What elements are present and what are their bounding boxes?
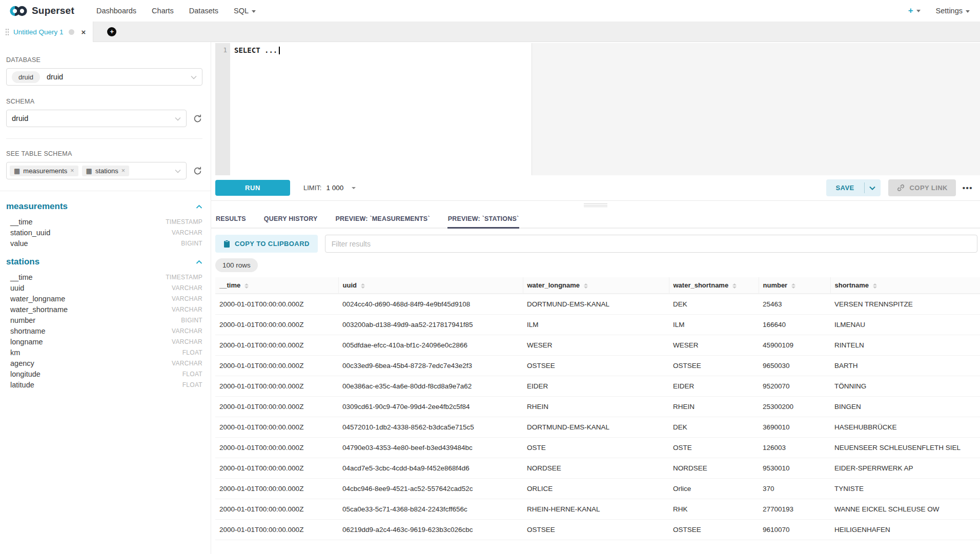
sql-editor[interactable]: 1 SELECT ... bbox=[215, 43, 980, 175]
row-count-badge: 100 rows bbox=[215, 258, 258, 272]
more-actions-button[interactable]: ••• bbox=[963, 183, 973, 192]
grid-cell: 0309cd61-90c9-470e-99d4-2ee4fb2c5f84 bbox=[338, 397, 523, 417]
sort-icon[interactable] bbox=[244, 283, 249, 289]
grid-row[interactable]: 2000-01-01T00:00:00.000Z04acd7e5-3cbc-4c… bbox=[215, 458, 980, 479]
grid-header-cell[interactable]: shortname bbox=[830, 277, 980, 294]
grid-cell: Orlice bbox=[669, 479, 759, 499]
grid-header-cell[interactable]: uuid bbox=[338, 277, 523, 294]
grid-row[interactable]: 2000-01-01T00:00:00.000Z04cbc946-8ee9-45… bbox=[215, 479, 980, 499]
chevron-down-icon bbox=[869, 186, 875, 190]
grid-row[interactable]: 2000-01-01T00:00:00.000Z0024cc40-d690-46… bbox=[215, 294, 980, 315]
results-tab[interactable]: PREVIEW: `MEASUREMENTS` bbox=[335, 210, 431, 229]
grid-cell: 27700193 bbox=[759, 499, 830, 520]
sort-icon[interactable] bbox=[873, 283, 877, 289]
sort-icon[interactable] bbox=[361, 283, 365, 289]
remove-table-icon[interactable]: × bbox=[70, 167, 74, 174]
editor-code-area[interactable]: SELECT ... bbox=[230, 43, 980, 175]
query-tab-title[interactable]: Untitled Query 1 bbox=[13, 28, 64, 36]
grid-row[interactable]: 2000-01-01T00:00:00.000Z003200ab-d138-49… bbox=[215, 315, 980, 335]
schema-table-header[interactable]: stations bbox=[6, 257, 202, 267]
database-label: DATABASE bbox=[6, 56, 202, 64]
grid-cell: ILM bbox=[669, 315, 759, 335]
new-query-tab-button[interactable]: + bbox=[107, 27, 116, 36]
save-button[interactable]: SAVE bbox=[826, 179, 864, 196]
chevron-down-icon bbox=[175, 166, 181, 175]
grid-cell: 005dfdae-efcc-410a-bf1c-24096e0c2866 bbox=[338, 335, 523, 356]
results-tab[interactable]: QUERY HISTORY bbox=[263, 210, 318, 229]
grid-row[interactable]: 2000-01-01T00:00:00.000Z04790e03-4353-4e… bbox=[215, 438, 980, 458]
grid-row[interactable]: 2000-01-01T00:00:00.000Z00c33ed9-6bea-45… bbox=[215, 356, 980, 376]
grid-header-row: __timeuuidwater_longnamewater_shortnamen… bbox=[215, 277, 980, 294]
selected-table-pill[interactable]: ▦measurements× bbox=[10, 166, 78, 176]
grid-row[interactable]: 2000-01-01T00:00:00.000Z04572010-1db2-43… bbox=[215, 417, 980, 438]
column-name: value bbox=[10, 239, 28, 248]
superset-brand[interactable]: Superset bbox=[9, 5, 74, 17]
limit-dropdown[interactable]: LIMIT: 1 000 bbox=[303, 184, 356, 192]
remove-table-icon[interactable]: × bbox=[121, 167, 125, 174]
query-tab[interactable]: Untitled Query 1 × bbox=[0, 22, 93, 42]
results-tab[interactable]: PREVIEW: `STATIONS` bbox=[447, 210, 520, 229]
close-tab-icon[interactable]: × bbox=[81, 28, 86, 36]
nav-item-datasets[interactable]: Datasets bbox=[181, 7, 226, 15]
grid-cell: 370 bbox=[759, 479, 830, 499]
grid-header-cell[interactable]: __time bbox=[215, 277, 338, 294]
grid-cell: 3690010 bbox=[759, 417, 830, 438]
sort-icon[interactable] bbox=[732, 283, 737, 289]
pane-resize-handle[interactable] bbox=[211, 201, 980, 210]
column-row: station_uuidVARCHAR bbox=[6, 227, 202, 238]
sort-icon[interactable] bbox=[584, 283, 588, 289]
chevron-down-icon bbox=[252, 10, 256, 13]
results-tab[interactable]: RESULTS bbox=[215, 210, 247, 229]
new-item-menu[interactable]: + bbox=[908, 6, 921, 16]
selected-table-name: measurements bbox=[23, 167, 67, 175]
grid-row[interactable]: 2000-01-01T00:00:00.000Z0309cd61-90c9-47… bbox=[215, 397, 980, 417]
save-options-button[interactable] bbox=[865, 179, 881, 196]
nav-item-charts[interactable]: Charts bbox=[144, 7, 181, 15]
filter-results-input[interactable] bbox=[325, 235, 977, 253]
database-select[interactable]: druid druid bbox=[6, 68, 202, 86]
grid-header-cell[interactable]: water_longname bbox=[523, 277, 669, 294]
grid-cell: TÖNNING bbox=[830, 376, 980, 397]
grid-header-cell[interactable]: water_shortname bbox=[669, 277, 759, 294]
refresh-schemas-icon[interactable] bbox=[193, 114, 202, 124]
grid-cell: BINGEN bbox=[830, 397, 980, 417]
schema-select[interactable]: druid bbox=[6, 110, 187, 127]
copy-to-clipboard-button[interactable]: COPY TO CLIPBOARD bbox=[215, 235, 318, 253]
schema-table-header[interactable]: measurements bbox=[6, 201, 202, 212]
column-name: longitude bbox=[10, 370, 40, 378]
table-icon: ▦ bbox=[86, 167, 92, 175]
query-tab-strip: Untitled Query 1 × + bbox=[0, 22, 980, 42]
copy-link-button[interactable]: COPY LINK bbox=[888, 179, 956, 196]
grid-row[interactable]: 2000-01-01T00:00:00.000Z005dfdae-efcc-41… bbox=[215, 335, 980, 356]
selected-table-pill[interactable]: ▦stations× bbox=[82, 166, 129, 176]
grid-row[interactable]: 2000-01-01T00:00:00.000Z00e386ac-e35c-4a… bbox=[215, 376, 980, 397]
grid-cell: 2000-01-01T00:00:00.000Z bbox=[215, 356, 338, 376]
sort-icon[interactable] bbox=[791, 283, 795, 289]
table-schema-select[interactable]: ▦measurements×▦stations× bbox=[6, 162, 187, 179]
limit-label: LIMIT: bbox=[303, 184, 321, 192]
grid-cell: OSTE bbox=[669, 438, 759, 458]
chevron-up-icon bbox=[196, 204, 202, 209]
grid-cell: VERSEN TRENNSPITZE bbox=[830, 294, 980, 315]
main-nav: DashboardsChartsDatasetsSQL bbox=[89, 7, 263, 15]
drag-handle-icon[interactable] bbox=[5, 28, 9, 35]
grid-row[interactable]: 2000-01-01T00:00:00.000Z05ca0e33-5c71-43… bbox=[215, 499, 980, 520]
grid-cell: HEILIGENHAFEN bbox=[830, 520, 980, 540]
save-split-button: SAVE bbox=[826, 179, 881, 196]
nav-item-sql[interactable]: SQL bbox=[226, 7, 263, 15]
selected-table-name: stations bbox=[95, 167, 118, 175]
grid-row[interactable]: 2000-01-01T00:00:00.000Z06219dd9-a2c4-46… bbox=[215, 520, 980, 540]
sql-code-line: SELECT ... bbox=[234, 46, 280, 54]
grid-cell: DEK bbox=[669, 294, 759, 315]
table-icon: ▦ bbox=[14, 167, 20, 175]
grid-cell: EIDER bbox=[669, 376, 759, 397]
grid-cell: 0024cc40-d690-468d-84f9-4e9bf45d9108 bbox=[338, 294, 523, 315]
column-row: valueBIGINT bbox=[6, 238, 202, 249]
grid-header-cell[interactable]: number bbox=[759, 277, 830, 294]
grid-cell: 9520070 bbox=[759, 376, 830, 397]
refresh-tables-icon[interactable] bbox=[193, 166, 202, 176]
run-button[interactable]: RUN bbox=[215, 180, 290, 196]
grid-header-label: number bbox=[763, 281, 788, 289]
nav-item-dashboards[interactable]: Dashboards bbox=[89, 7, 144, 15]
settings-menu[interactable]: Settings bbox=[936, 7, 970, 15]
